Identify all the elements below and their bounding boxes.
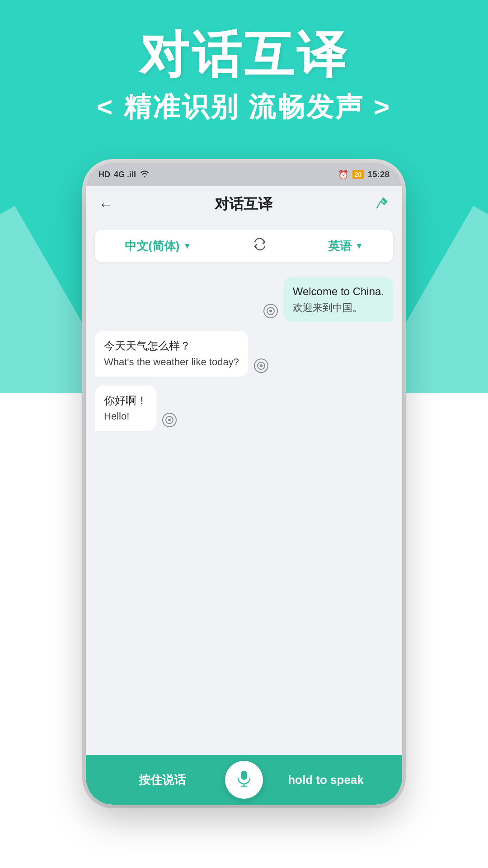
message-1-main: Welcome to China.: [293, 284, 384, 299]
time-display: 15:28: [367, 170, 389, 179]
hd-badge: HD: [99, 170, 110, 179]
message-2-sub: What's the weather like today?: [104, 355, 239, 369]
mic-button[interactable]: [225, 761, 263, 799]
message-1-sub: 欢迎来到中国。: [293, 301, 384, 315]
battery-level: 20: [352, 170, 364, 179]
sub-title: < 精准识别 流畅发声 >: [0, 89, 488, 126]
svg-rect-10: [241, 771, 247, 780]
source-lang-label: 中文(简体): [125, 238, 179, 254]
main-title: 对话互译: [0, 27, 488, 82]
bubble-content-3: 你好啊！ Hello!: [95, 386, 156, 431]
speak-button-2[interactable]: [253, 358, 269, 377]
swap-languages-button[interactable]: [251, 236, 268, 256]
message-1: Welcome to China. 欢迎来到中国。: [95, 277, 393, 322]
status-left: HD 4G .ill: [99, 170, 150, 180]
speak-left-button[interactable]: 按住说话: [99, 765, 225, 794]
message-3: 你好啊！ Hello!: [95, 386, 393, 431]
bottom-bar: 按住说话 hold to speak: [86, 755, 402, 805]
target-language[interactable]: 英语 ▼: [328, 238, 363, 254]
speak-button-1[interactable]: [263, 303, 278, 322]
back-button[interactable]: ←: [99, 196, 113, 213]
target-lang-arrow: ▼: [355, 241, 363, 251]
message-2-main: 今天天气怎么样？: [104, 338, 239, 354]
source-lang-arrow: ▼: [183, 241, 191, 251]
speak-right-label: hold to speak: [288, 773, 364, 787]
pin-button[interactable]: [374, 195, 389, 214]
svg-point-0: [382, 200, 385, 203]
message-2: 今天天气怎么样？ What's the weather like today?: [95, 331, 393, 376]
signal-bars: 4G .ill: [114, 170, 136, 179]
header-area: 对话互译 < 精准识别 流畅发声 >: [0, 27, 488, 126]
page-title: 对话互译: [215, 194, 272, 214]
speak-right-button[interactable]: hold to speak: [263, 765, 389, 794]
speak-button-3[interactable]: [162, 412, 177, 431]
status-right: ⏰ 20 15:28: [338, 170, 389, 180]
language-selector: 中文(简体) ▼ 英语 ▼: [95, 230, 393, 262]
wifi-icon: [140, 170, 150, 180]
svg-point-9: [168, 419, 171, 421]
speak-left-label: 按住说话: [139, 772, 186, 788]
phone-mockup: HD 4G .ill ⏰ 20 15:28 ← 对话互译: [86, 163, 402, 805]
bubble-content-1: Welcome to China. 欢迎来到中国。: [284, 277, 393, 322]
message-3-main: 你好啊！: [104, 393, 147, 408]
source-language[interactable]: 中文(简体) ▼: [125, 238, 191, 254]
status-bar: HD 4G .ill ⏰ 20 15:28: [86, 163, 402, 186]
svg-point-3: [269, 310, 272, 312]
message-3-sub: Hello!: [104, 410, 147, 424]
mic-icon: [235, 769, 253, 791]
chat-area: Welcome to China. 欢迎来到中国。 今天天气怎么样？ What'…: [86, 269, 402, 755]
svg-point-6: [260, 364, 263, 367]
target-lang-label: 英语: [328, 238, 352, 254]
app-header: ← 对话互译: [86, 186, 402, 222]
alarm-icon: ⏰: [338, 170, 349, 180]
bubble-content-2: 今天天气怎么样？ What's the weather like today?: [95, 331, 248, 376]
